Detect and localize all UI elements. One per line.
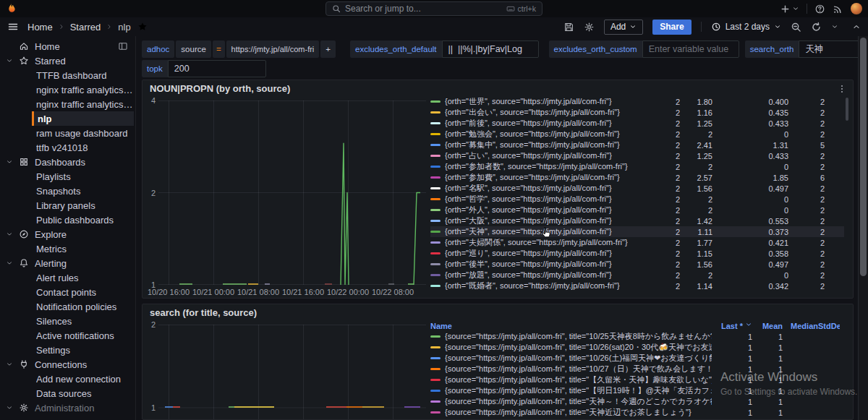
sidebar-item-silences[interactable]: Silences bbox=[0, 314, 135, 328]
chevron-down-icon[interactable] bbox=[6, 57, 19, 64]
legend-row[interactable]: {orth="後半", source="https://jmty.jp/all/… bbox=[430, 259, 844, 270]
legend-row[interactable]: {orth="勉強会", source="https://jmty.jp/all… bbox=[430, 129, 844, 140]
zoom-out-button[interactable] bbox=[791, 22, 801, 33]
legend-row[interactable]: {source="https://jmty.jp/all/com-fri", t… bbox=[430, 331, 851, 342]
legend-row[interactable]: {source="https://jmty.jp/all/com-fri", t… bbox=[430, 353, 851, 364]
excludes-orth-custom-input[interactable] bbox=[642, 40, 739, 58]
sidebar-item-active-notifications[interactable]: Active notifications bbox=[0, 328, 135, 343]
sidebar-item-ram-usage-dashboard[interactable]: ram usage dashboard bbox=[0, 126, 135, 140]
sidebar-item-home[interactable]: Home bbox=[0, 39, 135, 53]
sidebar-item-alerting[interactable]: Alerting bbox=[0, 256, 135, 270]
sidebar-item-metrics[interactable]: Metrics bbox=[0, 241, 135, 256]
panel-title[interactable]: search (for title, source) bbox=[150, 307, 257, 318]
refresh-button[interactable] bbox=[811, 22, 822, 33]
legend-row[interactable]: {orth="巡り", source="https://jmty.jp/all/… bbox=[430, 248, 844, 259]
legend-row[interactable]: {source="https://jmty.jp/all/com-fri", t… bbox=[430, 407, 851, 418]
save-dashboard-button[interactable] bbox=[563, 22, 574, 33]
sidebar-item-playlists[interactable]: Playlists bbox=[0, 169, 135, 184]
legend-row[interactable]: {orth="既婚者", source="https://jmty.jp/all… bbox=[430, 280, 844, 291]
adhoc-operator-select[interactable]: = bbox=[213, 40, 225, 58]
breadcrumb-current[interactable]: nlp bbox=[118, 22, 130, 33]
panel-menu-button[interactable] bbox=[835, 82, 848, 95]
legend-row[interactable]: {orth="放題", source="https://jmty.jp/all/… bbox=[430, 270, 844, 280]
share-button[interactable]: Share bbox=[652, 20, 691, 35]
legend-row[interactable]: {orth="外人", source="https://jmty.jp/all/… bbox=[430, 205, 844, 215]
legend-header-median[interactable]: Median bbox=[783, 322, 818, 330]
help-button[interactable] bbox=[814, 4, 825, 14]
chevron-down-icon[interactable] bbox=[6, 231, 19, 238]
chevron-down-icon[interactable] bbox=[6, 404, 19, 411]
time-series-plot[interactable] bbox=[158, 100, 426, 285]
adhoc-label[interactable]: adhoc bbox=[142, 40, 174, 58]
legend-header-last[interactable]: Last * bbox=[712, 321, 752, 330]
time-range-picker[interactable]: Last 2 days bbox=[711, 22, 781, 32]
search-input[interactable]: Search or jump to... ctrl+k bbox=[326, 1, 542, 16]
legend-row[interactable]: {source="https://jmty.jp/all/com-fri", t… bbox=[430, 342, 851, 353]
legend-row[interactable]: {orth="占い", source="https://jmty.jp/all/… bbox=[430, 150, 844, 161]
chevron-down-icon[interactable] bbox=[6, 361, 19, 368]
mega-menu-button[interactable] bbox=[7, 21, 19, 33]
topk-input[interactable] bbox=[168, 60, 266, 77]
adhoc-value-select[interactable]: https://jmty.jp/all/com-fri bbox=[226, 40, 320, 58]
sidebar-item-public-dashboards[interactable]: Public dashboards bbox=[0, 213, 135, 227]
legend-row[interactable]: {orth="天神", source="https://jmty.jp/all/… bbox=[430, 226, 844, 237]
page-scrollbar[interactable] bbox=[858, 36, 868, 420]
sidebar-item-connections[interactable]: Connections bbox=[0, 357, 135, 372]
sidebar-item-nlp[interactable]: nlp bbox=[32, 111, 134, 126]
grafana-logo-icon[interactable] bbox=[5, 2, 17, 14]
legend-header-mean[interactable]: Mean bbox=[752, 322, 783, 330]
favorite-star-icon[interactable] bbox=[137, 22, 148, 32]
adhoc-add-filter-button[interactable]: + bbox=[320, 40, 336, 58]
legend-scrollbar[interactable] bbox=[846, 98, 848, 121]
legend-header-name[interactable]: Name bbox=[430, 322, 712, 330]
sidebar-item-add-new-connection[interactable]: Add new connection bbox=[0, 372, 135, 386]
breadcrumb-starred[interactable]: Starred bbox=[70, 22, 101, 33]
sidebar-item-settings[interactable]: Settings bbox=[0, 343, 135, 357]
sidebar-item-nginx-traffic-analytics-v241015[interactable]: nginx traffic analytics v241015 bbox=[0, 97, 135, 111]
new-button[interactable] bbox=[780, 4, 799, 14]
legend-row[interactable]: {orth="名駅", source="https://jmty.jp/all/… bbox=[430, 183, 844, 194]
sidebar-item-explore[interactable]: Explore bbox=[0, 227, 135, 241]
time-series-plot[interactable] bbox=[158, 325, 426, 420]
dock-menu-icon[interactable] bbox=[118, 41, 128, 51]
legend-header-stddev[interactable]: StdDev bbox=[818, 322, 840, 330]
adhoc-key-select[interactable]: source bbox=[176, 40, 211, 58]
collapse-toolbar-button[interactable] bbox=[852, 22, 861, 31]
legend-row[interactable]: {orth="世界", source="https://jmty.jp/all/… bbox=[430, 96, 844, 107]
legend-row[interactable]: {orth="前後", source="https://jmty.jp/all/… bbox=[430, 118, 844, 129]
legend-row[interactable]: {orth="参加費", source="https://jmty.jp/all… bbox=[430, 172, 844, 183]
sidebar-item-ttfb-dashboard[interactable]: TTFB dashboard bbox=[0, 68, 135, 82]
refresh-interval-button[interactable] bbox=[831, 23, 838, 30]
panel-title[interactable]: NOUN|PROPN (by orth, source) bbox=[150, 83, 290, 94]
sidebar-item-contact-points[interactable]: Contact points bbox=[0, 285, 135, 299]
news-button[interactable] bbox=[833, 4, 843, 14]
sidebar-item-ttfb-v241018[interactable]: ttfb v241018 bbox=[0, 140, 135, 155]
sidebar-item-data-sources[interactable]: Data sources bbox=[0, 386, 135, 400]
sidebar-item-snapshots[interactable]: Snapshots bbox=[0, 184, 135, 198]
sidebar-item-administration[interactable]: Administration bbox=[0, 400, 135, 415]
sidebar-item-nginx-traffic-analytics-tmp-c[interactable]: nginx traffic analytics tmp C... bbox=[0, 82, 135, 97]
legend-row[interactable]: {orth="参加者数", source="https://jmty.jp/al… bbox=[430, 161, 844, 172]
breadcrumb-home[interactable]: Home bbox=[27, 22, 53, 33]
sidebar-item-library-panels[interactable]: Library panels bbox=[0, 198, 135, 213]
excludes-orth-default-input[interactable] bbox=[442, 40, 539, 58]
dashboard-settings-button[interactable] bbox=[584, 22, 595, 33]
legend-row[interactable]: {orth="募集中", source="https://jmty.jp/all… bbox=[430, 140, 844, 150]
sidebar-item-notification-policies[interactable]: Notification policies bbox=[0, 299, 135, 314]
legend-row[interactable]: {orth="出会い", source="https://jmty.jp/all… bbox=[430, 107, 844, 118]
legend-row[interactable]: {source="https://jmty.jp/all/com-fri", t… bbox=[430, 396, 851, 407]
user-avatar[interactable] bbox=[851, 3, 862, 14]
legend-row[interactable]: {orth="夫婦関係", source="https://jmty.jp/al… bbox=[430, 237, 844, 248]
legend-row[interactable]: {orth="哲学", source="https://jmty.jp/all/… bbox=[430, 194, 844, 205]
sidebar-item-alert-rules[interactable]: Alert rules bbox=[0, 270, 135, 285]
chevron-down-icon[interactable] bbox=[6, 260, 19, 267]
legend-row[interactable]: {source="https://jmty.jp/all/com-fri", t… bbox=[430, 364, 851, 374]
legend-row[interactable]: {orth="大阪", source="https://jmty.jp/all/… bbox=[430, 215, 844, 226]
sidebar-item-dashboards[interactable]: Dashboards bbox=[0, 155, 135, 169]
legend-row[interactable]: {source="https://jmty.jp/all/com-fri", t… bbox=[430, 374, 851, 385]
chevron-down-icon[interactable] bbox=[6, 158, 19, 166]
page-scrollbar-thumb[interactable] bbox=[860, 38, 867, 276]
add-button[interactable]: Add bbox=[604, 20, 643, 35]
sidebar-item-starred[interactable]: Starred bbox=[0, 53, 135, 68]
legend-row[interactable]: {source="https://jmty.jp/all/com-fri", t… bbox=[430, 385, 851, 396]
